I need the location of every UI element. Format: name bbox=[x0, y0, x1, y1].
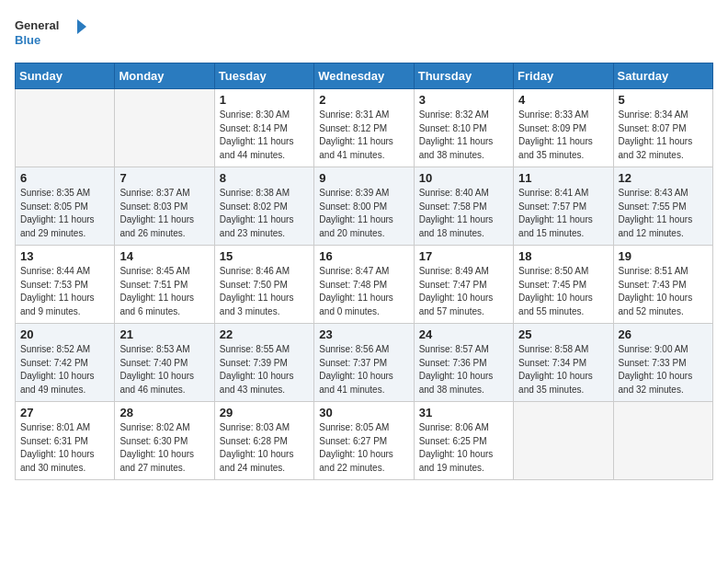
header-sunday: Sunday bbox=[16, 63, 115, 89]
day-info: Sunrise: 8:46 AMSunset: 7:50 PMDaylight:… bbox=[220, 265, 309, 318]
day-number: 15 bbox=[220, 249, 309, 263]
day-info: Sunrise: 8:58 AMSunset: 7:34 PMDaylight:… bbox=[518, 343, 608, 396]
day-number: 12 bbox=[619, 171, 708, 185]
header-thursday: Thursday bbox=[414, 63, 513, 89]
day-info: Sunrise: 8:43 AMSunset: 7:55 PMDaylight:… bbox=[619, 187, 708, 240]
day-number: 10 bbox=[419, 171, 508, 185]
day-number: 24 bbox=[419, 327, 508, 341]
day-number: 26 bbox=[619, 327, 708, 341]
week-row-4: 20Sunrise: 8:52 AMSunset: 7:42 PMDayligh… bbox=[16, 324, 713, 402]
day-number: 22 bbox=[220, 327, 309, 341]
calendar-cell: 3Sunrise: 8:32 AMSunset: 8:10 PMDaylight… bbox=[414, 89, 513, 167]
day-info: Sunrise: 8:31 AMSunset: 8:12 PMDaylight:… bbox=[319, 109, 408, 162]
calendar-cell: 17Sunrise: 8:49 AMSunset: 7:47 PMDayligh… bbox=[414, 246, 513, 324]
day-number: 20 bbox=[20, 327, 109, 341]
day-info: Sunrise: 8:57 AMSunset: 7:36 PMDaylight:… bbox=[419, 343, 508, 396]
day-info: Sunrise: 8:51 AMSunset: 7:43 PMDaylight:… bbox=[619, 265, 708, 318]
calendar-cell: 5Sunrise: 8:34 AMSunset: 8:07 PMDaylight… bbox=[613, 89, 712, 167]
day-info: Sunrise: 8:55 AMSunset: 7:39 PMDaylight:… bbox=[220, 343, 309, 396]
week-row-2: 6Sunrise: 8:35 AMSunset: 8:05 PMDaylight… bbox=[16, 167, 713, 246]
calendar-cell: 21Sunrise: 8:53 AMSunset: 7:40 PMDayligh… bbox=[115, 324, 214, 402]
day-info: Sunrise: 8:41 AMSunset: 7:57 PMDaylight:… bbox=[518, 187, 608, 240]
day-number: 23 bbox=[319, 327, 408, 341]
calendar-cell: 30Sunrise: 8:05 AMSunset: 6:27 PMDayligh… bbox=[314, 402, 414, 480]
day-info: Sunrise: 8:03 AMSunset: 6:28 PMDaylight:… bbox=[220, 421, 309, 475]
day-info: Sunrise: 8:39 AMSunset: 8:00 PMDaylight:… bbox=[319, 187, 408, 240]
day-info: Sunrise: 9:00 AMSunset: 7:33 PMDaylight:… bbox=[619, 343, 708, 396]
calendar-cell: 20Sunrise: 8:52 AMSunset: 7:42 PMDayligh… bbox=[16, 324, 115, 402]
day-info: Sunrise: 8:34 AMSunset: 8:07 PMDaylight:… bbox=[619, 109, 708, 162]
header-friday: Friday bbox=[514, 63, 613, 89]
day-number: 7 bbox=[119, 171, 209, 185]
day-number: 8 bbox=[220, 171, 309, 185]
day-number: 27 bbox=[20, 406, 109, 419]
calendar-cell bbox=[115, 89, 214, 167]
day-info: Sunrise: 8:53 AMSunset: 7:40 PMDaylight:… bbox=[119, 343, 209, 396]
calendar-cell: 6Sunrise: 8:35 AMSunset: 8:05 PMDaylight… bbox=[16, 167, 115, 246]
calendar-cell: 14Sunrise: 8:45 AMSunset: 7:51 PMDayligh… bbox=[115, 246, 214, 324]
calendar-cell: 1Sunrise: 8:30 AMSunset: 8:14 PMDaylight… bbox=[214, 89, 313, 167]
calendar-cell: 19Sunrise: 8:51 AMSunset: 7:43 PMDayligh… bbox=[613, 246, 712, 324]
day-info: Sunrise: 8:47 AMSunset: 7:48 PMDaylight:… bbox=[319, 265, 408, 318]
day-info: Sunrise: 8:01 AMSunset: 6:31 PMDaylight:… bbox=[20, 421, 109, 475]
day-number: 2 bbox=[319, 93, 408, 107]
day-info: Sunrise: 8:38 AMSunset: 8:02 PMDaylight:… bbox=[220, 187, 309, 240]
day-number: 28 bbox=[119, 406, 209, 419]
day-number: 19 bbox=[619, 249, 708, 263]
day-number: 29 bbox=[220, 406, 309, 419]
day-number: 4 bbox=[518, 93, 608, 107]
calendar-cell: 4Sunrise: 8:33 AMSunset: 8:09 PMDaylight… bbox=[514, 89, 613, 167]
calendar-cell: 18Sunrise: 8:50 AMSunset: 7:45 PMDayligh… bbox=[514, 246, 613, 324]
calendar-cell: 10Sunrise: 8:40 AMSunset: 7:58 PMDayligh… bbox=[414, 167, 513, 246]
calendar-cell: 28Sunrise: 8:02 AMSunset: 6:30 PMDayligh… bbox=[115, 402, 214, 480]
day-info: Sunrise: 8:45 AMSunset: 7:51 PMDaylight:… bbox=[119, 265, 209, 318]
day-number: 13 bbox=[20, 249, 109, 263]
calendar-cell: 31Sunrise: 8:06 AMSunset: 6:25 PMDayligh… bbox=[414, 402, 513, 480]
day-info: Sunrise: 8:02 AMSunset: 6:30 PMDaylight:… bbox=[119, 421, 209, 475]
calendar-cell: 11Sunrise: 8:41 AMSunset: 7:57 PMDayligh… bbox=[514, 167, 613, 246]
header-tuesday: Tuesday bbox=[214, 63, 313, 89]
header-monday: Monday bbox=[115, 63, 214, 89]
calendar-cell: 26Sunrise: 9:00 AMSunset: 7:33 PMDayligh… bbox=[613, 324, 712, 402]
week-row-5: 27Sunrise: 8:01 AMSunset: 6:31 PMDayligh… bbox=[16, 402, 713, 480]
calendar-cell: 25Sunrise: 8:58 AMSunset: 7:34 PMDayligh… bbox=[514, 324, 613, 402]
calendar-cell: 8Sunrise: 8:38 AMSunset: 8:02 PMDaylight… bbox=[214, 167, 313, 246]
header-saturday: Saturday bbox=[613, 63, 712, 89]
day-info: Sunrise: 8:56 AMSunset: 7:37 PMDaylight:… bbox=[319, 343, 408, 396]
svg-text:General: General bbox=[15, 18, 59, 32]
calendar-cell: 22Sunrise: 8:55 AMSunset: 7:39 PMDayligh… bbox=[214, 324, 313, 402]
day-number: 17 bbox=[419, 249, 508, 263]
calendar-cell: 2Sunrise: 8:31 AMSunset: 8:12 PMDaylight… bbox=[314, 89, 414, 167]
day-number: 30 bbox=[319, 406, 408, 419]
day-info: Sunrise: 8:33 AMSunset: 8:09 PMDaylight:… bbox=[518, 109, 608, 162]
calendar-cell: 27Sunrise: 8:01 AMSunset: 6:31 PMDayligh… bbox=[16, 402, 115, 480]
header-wednesday: Wednesday bbox=[314, 63, 414, 89]
calendar-cell: 24Sunrise: 8:57 AMSunset: 7:36 PMDayligh… bbox=[414, 324, 513, 402]
week-row-1: 1Sunrise: 8:30 AMSunset: 8:14 PMDaylight… bbox=[16, 89, 713, 167]
day-number: 3 bbox=[419, 93, 508, 107]
calendar-cell: 13Sunrise: 8:44 AMSunset: 7:53 PMDayligh… bbox=[16, 246, 115, 324]
day-info: Sunrise: 8:52 AMSunset: 7:42 PMDaylight:… bbox=[20, 343, 109, 396]
calendar-cell: 12Sunrise: 8:43 AMSunset: 7:55 PMDayligh… bbox=[613, 167, 712, 246]
day-number: 6 bbox=[20, 171, 109, 185]
page-header: General Blue bbox=[15, 15, 713, 52]
day-number: 31 bbox=[419, 406, 508, 419]
day-info: Sunrise: 8:37 AMSunset: 8:03 PMDaylight:… bbox=[119, 187, 209, 240]
day-number: 5 bbox=[619, 93, 708, 107]
calendar-cell: 23Sunrise: 8:56 AMSunset: 7:37 PMDayligh… bbox=[314, 324, 414, 402]
calendar-header-row: SundayMondayTuesdayWednesdayThursdayFrid… bbox=[16, 63, 713, 89]
week-row-3: 13Sunrise: 8:44 AMSunset: 7:53 PMDayligh… bbox=[16, 246, 713, 324]
day-number: 9 bbox=[319, 171, 408, 185]
calendar-cell bbox=[16, 89, 115, 167]
day-info: Sunrise: 8:06 AMSunset: 6:25 PMDaylight:… bbox=[419, 421, 508, 475]
day-info: Sunrise: 8:30 AMSunset: 8:14 PMDaylight:… bbox=[220, 109, 309, 162]
calendar-cell: 16Sunrise: 8:47 AMSunset: 7:48 PMDayligh… bbox=[314, 246, 414, 324]
day-info: Sunrise: 8:50 AMSunset: 7:45 PMDaylight:… bbox=[518, 265, 608, 318]
logo: General Blue bbox=[15, 15, 88, 52]
day-number: 21 bbox=[119, 327, 209, 341]
calendar-cell bbox=[613, 402, 712, 480]
calendar-table: SundayMondayTuesdayWednesdayThursdayFrid… bbox=[15, 63, 713, 480]
day-number: 11 bbox=[518, 171, 608, 185]
day-info: Sunrise: 8:32 AMSunset: 8:10 PMDaylight:… bbox=[419, 109, 508, 162]
day-number: 18 bbox=[518, 249, 608, 263]
